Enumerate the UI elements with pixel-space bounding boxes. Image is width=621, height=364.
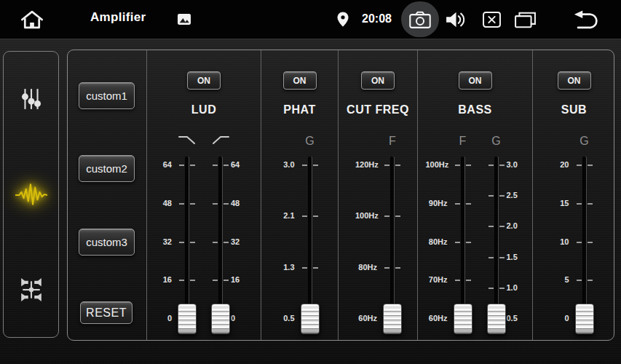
preset-custom2-button[interactable]: custom2 [79,155,135,182]
scale-label: 16 [231,275,244,284]
tick-mark [190,203,195,205]
preset-custom3-button[interactable]: custom3 [79,229,135,256]
scale-label: 16 [159,275,172,284]
mid-row: G [282,135,318,149]
fader-knob[interactable] [211,304,230,334]
channel-title: CUT FREQ [347,103,409,119]
on-button[interactable]: ON [283,71,317,90]
scale-label: 1.0 [507,283,520,292]
mid-row [159,135,249,149]
gain-letter: G [486,135,507,148]
sliders-row: 644832160644832160 [159,157,249,334]
gallery-icon[interactable] [178,14,191,25]
tick-mark [179,165,184,166]
scale-label: 3.0 [507,160,520,169]
tick-mark [577,165,582,166]
home-icon[interactable] [20,9,44,30]
on-button[interactable]: ON [459,71,492,90]
tick-mark [489,226,494,227]
channel-column-lud: ONLUD644832160644832160 [146,50,261,340]
tick-mark [499,195,505,197]
equalizer-sliders-icon [20,87,42,111]
on-button[interactable]: ON [187,71,221,90]
fader[interactable]: 3.02.52.01.51.00.5 [489,157,525,334]
tick-mark [577,203,582,205]
tick-mark [588,280,593,281]
tick-mark [577,280,582,281]
tick-mark [466,280,471,281]
fader-knob[interactable] [178,304,197,334]
fader[interactable]: 20151050 [556,157,593,334]
tick-mark [588,203,593,205]
fader-knob[interactable] [301,304,320,334]
fader[interactable]: 644832160 [213,157,249,334]
camera-button[interactable] [401,1,439,37]
scale-label: 0.5 [282,314,295,323]
scale-label: 100Hz [426,160,448,169]
tick-mark [499,165,505,166]
tick-mark [313,215,318,217]
scale-label: 32 [159,237,172,246]
reset-button[interactable]: RESET [80,301,132,324]
scale-label: 60Hz [426,314,448,323]
tick-mark [224,203,229,205]
presets-column: custom1 custom2 custom3 RESET [68,50,146,340]
tick-mark [499,288,505,289]
scale-label: 2.5 [507,191,520,199]
scale-label: 32 [231,237,244,246]
back-icon[interactable] [572,10,601,29]
tick-mark [313,165,318,166]
channel-column-bass: ONBASSFG100Hz90Hz80Hz70Hz60Hz3.02.52.01.… [417,50,532,340]
close-icon[interactable] [483,12,501,28]
sidebar-item-equalizer[interactable] [12,82,50,116]
tick-mark [577,242,582,243]
fader[interactable]: 3.02.11.30.5 [282,157,318,334]
scale-label: 64 [231,160,244,169]
fader[interactable]: 644832160 [159,157,195,334]
gain-letter: G [574,135,596,148]
on-button[interactable]: ON [558,71,591,90]
fader-knob[interactable] [487,304,506,334]
sidebar-item-sound-effects[interactable] [12,178,50,211]
recents-icon[interactable] [515,12,536,28]
location-icon[interactable] [337,11,349,28]
fader-knob[interactable] [383,304,402,334]
scale-label: 2.0 [507,221,520,230]
mode-sidebar [3,51,59,338]
fader[interactable]: 120Hz100Hz80Hz60Hz [355,157,400,334]
tick-mark [455,280,460,281]
tick-mark [395,165,400,166]
tick-mark [302,165,307,166]
tick-mark [455,242,460,243]
channel-title: LUD [191,103,216,119]
tick-mark [466,203,471,205]
clock-time: 20:08 [362,12,392,25]
fader-knob[interactable] [575,304,594,334]
amplifier-panel: custom1 custom2 custom3 RESET ONLUD64483… [67,50,614,341]
sidebar-item-balance-fader[interactable] [12,273,50,306]
scale-label: 1.5 [507,253,520,261]
scale-label: 10 [556,237,569,246]
sliders-row: 3.02.11.30.5 [282,157,318,334]
scale-label: 48 [159,199,172,207]
fader-knob[interactable] [454,304,472,334]
scale-label: 80Hz [355,263,377,272]
sliders-row: 20151050 [556,157,593,334]
fader[interactable]: 100Hz90Hz80Hz70Hz60Hz [426,157,471,334]
tick-mark [384,215,389,217]
scale-label: 120Hz [355,160,377,169]
scale-label: 100Hz [355,211,377,220]
preset-custom1-button[interactable]: custom1 [79,82,135,109]
volume-icon[interactable] [446,11,466,28]
tick-mark [224,280,229,281]
channel-column-phat: ONPHATG3.02.11.30.5 [261,50,338,340]
channel-columns: ONLUD644832160644832160ONPHATG3.02.11.30… [146,50,615,340]
tick-mark [179,280,184,281]
tick-mark [313,267,318,269]
tick-mark [466,242,471,243]
on-button[interactable]: ON [361,71,395,90]
channel-title: SUB [561,103,587,119]
channel-column-sub: ONSUBG20151050 [532,50,615,340]
gain-letter: F [381,135,403,148]
amplifier-screen: custom1 custom2 custom3 RESET ONLUD64483… [0,39,621,364]
